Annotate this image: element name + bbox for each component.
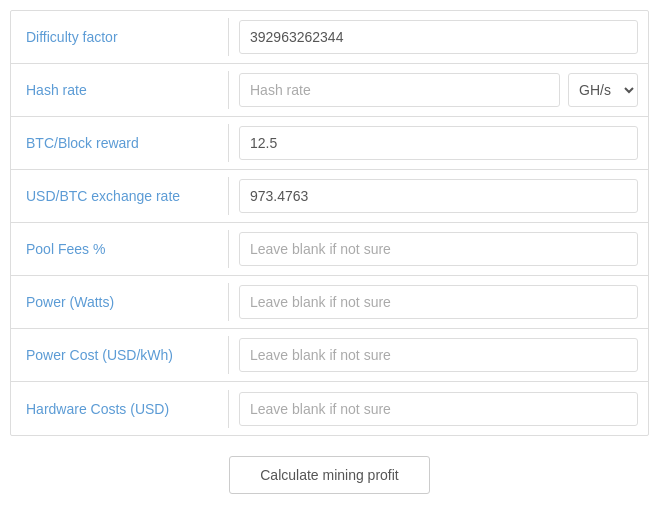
row-difficulty-factor: Difficulty factor xyxy=(11,11,648,64)
input-usd-btc-exchange-rate[interactable] xyxy=(239,179,638,213)
calculate-button[interactable]: Calculate mining profit xyxy=(229,456,430,494)
input-cell-difficulty-factor xyxy=(229,12,648,62)
label-power-watts: Power (Watts) xyxy=(11,283,229,321)
input-cell-power-watts xyxy=(229,277,648,327)
input-cell-hardware-costs xyxy=(229,384,648,434)
label-text-pool-fees: Pool Fees % xyxy=(26,241,105,257)
button-row: Calculate mining profit xyxy=(10,436,649,512)
input-hardware-costs[interactable] xyxy=(239,392,638,426)
row-power-watts: Power (Watts) xyxy=(11,276,648,329)
label-text-usd-btc-exchange-rate: USD/BTC exchange rate xyxy=(26,188,180,204)
row-pool-fees: Pool Fees % xyxy=(11,223,648,276)
input-cell-btc-block-reward xyxy=(229,118,648,168)
label-difficulty-factor: Difficulty factor xyxy=(11,18,229,56)
row-hardware-costs: Hardware Costs (USD) xyxy=(11,382,648,435)
label-hardware-costs: Hardware Costs (USD) xyxy=(11,390,229,428)
mining-calculator-form: Difficulty factorHash rateGH/sMH/sTH/sKH… xyxy=(10,10,649,436)
label-btc-block-reward: BTC/Block reward xyxy=(11,124,229,162)
input-cell-usd-btc-exchange-rate xyxy=(229,171,648,221)
input-cell-power-cost xyxy=(229,330,648,380)
row-hash-rate: Hash rateGH/sMH/sTH/sKH/s xyxy=(11,64,648,117)
unit-select-hash-rate[interactable]: GH/sMH/sTH/sKH/s xyxy=(568,73,638,107)
label-text-hash-rate: Hash rate xyxy=(26,82,87,98)
label-pool-fees: Pool Fees % xyxy=(11,230,229,268)
input-power-watts[interactable] xyxy=(239,285,638,319)
label-power-cost: Power Cost (USD/kWh) xyxy=(11,336,229,374)
label-text-power-watts: Power (Watts) xyxy=(26,294,114,310)
input-hash-rate[interactable] xyxy=(239,73,560,107)
input-power-cost[interactable] xyxy=(239,338,638,372)
label-text-difficulty-factor: Difficulty factor xyxy=(26,29,118,45)
input-pool-fees[interactable] xyxy=(239,232,638,266)
row-usd-btc-exchange-rate: USD/BTC exchange rate xyxy=(11,170,648,223)
input-difficulty-factor[interactable] xyxy=(239,20,638,54)
row-btc-block-reward: BTC/Block reward xyxy=(11,117,648,170)
input-cell-hash-rate: GH/sMH/sTH/sKH/s xyxy=(229,65,648,115)
label-text-power-cost: Power Cost (USD/kWh) xyxy=(26,347,173,363)
label-text-hardware-costs: Hardware Costs (USD) xyxy=(26,401,169,417)
label-hash-rate: Hash rate xyxy=(11,71,229,109)
row-power-cost: Power Cost (USD/kWh) xyxy=(11,329,648,382)
input-cell-pool-fees xyxy=(229,224,648,274)
label-usd-btc-exchange-rate: USD/BTC exchange rate xyxy=(11,177,229,215)
input-btc-block-reward[interactable] xyxy=(239,126,638,160)
label-text-btc-block-reward: BTC/Block reward xyxy=(26,135,139,151)
